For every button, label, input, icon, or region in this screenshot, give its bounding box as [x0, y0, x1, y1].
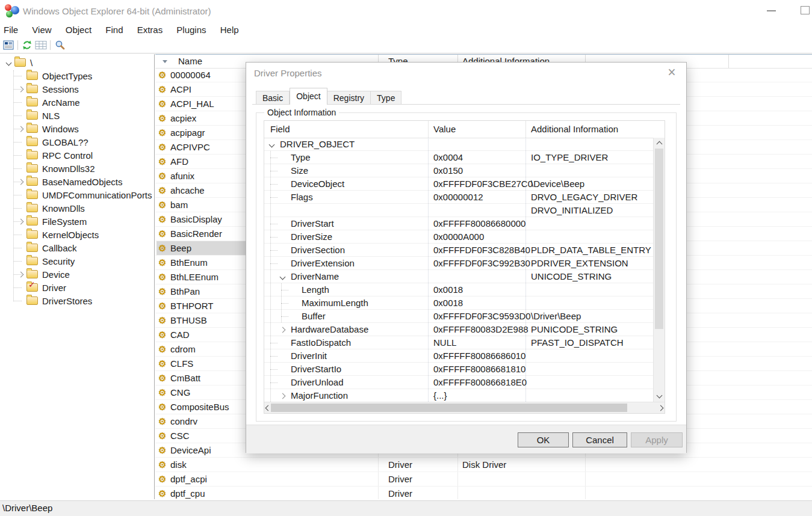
tree-item-basenamedobjects[interactable]: BaseNamedObjects — [0, 175, 154, 188]
vertical-scrollbar[interactable] — [653, 138, 665, 402]
tree-item-root[interactable]: \ — [0, 56, 154, 69]
table-row[interactable]: MaximumLength0x0018 — [264, 296, 653, 310]
grid-icon[interactable] — [35, 39, 47, 51]
table-row[interactable]: DriverInit0xFFFFF80086686010 — [264, 349, 653, 363]
column-divider[interactable] — [728, 55, 729, 68]
tree-item-device[interactable]: Device — [0, 268, 154, 281]
tree-item-driverstores[interactable]: DriverStores — [0, 294, 154, 307]
list-row[interactable]: ⚙dptf_cpuDriver — [155, 487, 812, 499]
chevron-right-icon[interactable] — [280, 327, 286, 333]
properties-icon[interactable] — [2, 39, 14, 51]
field-name: DriverStart — [291, 217, 334, 230]
tree-item-global[interactable]: GLOBAL?? — [0, 135, 154, 149]
table-row[interactable]: Buffer0xFFFFDF0F3C9593D0\Driver\Beep — [264, 310, 653, 323]
tree-item-kernelobjects[interactable]: KernelObjects — [0, 228, 154, 241]
scroll-right-icon[interactable] — [658, 405, 664, 411]
search-icon[interactable] — [54, 39, 66, 51]
table-row[interactable]: DRVO_INITIALIZED — [264, 204, 653, 217]
menu-object[interactable]: Object — [66, 22, 91, 37]
tree-item-sessions[interactable]: Sessions — [0, 82, 154, 96]
chevron-right-icon[interactable] — [280, 393, 286, 399]
menu-file[interactable]: File — [4, 22, 18, 37]
tree-item-rpc-control[interactable]: RPC Control — [0, 149, 154, 162]
ok-button[interactable]: OK — [518, 432, 569, 447]
field-name: Length — [302, 283, 329, 296]
tree-item-knowndlls[interactable]: KnownDlls — [0, 201, 154, 215]
tree-item-security[interactable]: Security — [0, 254, 154, 268]
tree-item-arcname[interactable]: ArcName — [0, 96, 154, 109]
menu-find[interactable]: Find — [105, 22, 123, 37]
table-row[interactable]: FastIoDispatchNULLPFAST_IO_DISPATCH — [264, 336, 653, 349]
table-row[interactable]: Type0x0004IO_TYPE_DRIVER — [264, 151, 653, 164]
tab-registry[interactable]: Registry — [327, 91, 371, 105]
tree-guide — [270, 310, 271, 322]
tab-basic[interactable]: Basic — [256, 91, 290, 105]
table-row[interactable]: Length0x0018 — [264, 283, 653, 296]
cancel-button[interactable]: Cancel — [572, 432, 627, 447]
tree-item-label: ArcName — [42, 97, 80, 108]
horizontal-scroll-thumb[interactable] — [271, 404, 627, 412]
tree-item-label: UMDFCommunicationPorts — [42, 190, 152, 200]
chevron-down-icon[interactable] — [269, 142, 275, 148]
column-divider[interactable] — [525, 121, 526, 138]
menu-extras[interactable]: Extras — [137, 22, 163, 37]
vertical-scroll-thumb[interactable] — [655, 149, 663, 329]
tree-item-nls[interactable]: NLS — [0, 109, 154, 122]
scroll-left-icon[interactable] — [265, 405, 271, 411]
tab-object[interactable]: Object — [290, 88, 327, 105]
table-row[interactable]: DRIVER_OBJECT — [264, 138, 653, 151]
menu-view[interactable]: View — [32, 22, 51, 37]
tree-item-knowndlls32[interactable]: KnownDlls32 — [0, 162, 154, 175]
table-row[interactable]: DeviceObject0xFFFFDF0F3CBE27C0\Device\Be… — [264, 177, 653, 191]
chevron-right-icon[interactable] — [17, 126, 23, 132]
column-header-field[interactable]: Field — [270, 121, 290, 137]
table-row[interactable]: DriverStartIo0xFFFFF80086681810 — [264, 363, 653, 376]
close-icon[interactable]: × — [663, 64, 680, 81]
horizontal-scrollbar[interactable] — [264, 402, 665, 413]
table-row[interactable]: Flags0x00000012DRVO_LEGACY_DRIVER — [264, 191, 653, 204]
chevron-right-icon[interactable] — [17, 271, 23, 277]
chevron-down-icon[interactable] — [5, 60, 11, 66]
column-divider[interactable] — [428, 121, 429, 138]
minimize-button[interactable] — [767, 10, 776, 11]
table-row[interactable]: MajorFunction{...} — [264, 389, 653, 402]
tree-guide — [270, 184, 277, 185]
field-name: HardwareDatabase — [291, 323, 368, 336]
tree-item-callback[interactable]: Callback — [0, 241, 154, 254]
column-header-additional-information[interactable]: Additional Information — [531, 121, 618, 137]
refresh-icon[interactable] — [21, 39, 33, 51]
tree-connector — [14, 248, 22, 248]
chevron-right-icon[interactable] — [17, 218, 23, 224]
tree-item-filesystem[interactable]: FileSystem — [0, 215, 154, 228]
column-header-name[interactable]: Name — [178, 55, 202, 67]
table-row[interactable]: Size0x0150 — [264, 164, 653, 177]
table-row[interactable]: DriverSize0x0000A000 — [264, 230, 653, 244]
scroll-up-icon[interactable] — [657, 141, 663, 147]
table-row[interactable]: DriverExtension0xFFFFDF0F3C992B30PDRIVER… — [264, 257, 653, 270]
tree-item-objecttypes[interactable]: ObjectTypes — [0, 69, 154, 82]
field-name: DriverSection — [291, 244, 345, 256]
chevron-down-icon[interactable] — [280, 274, 286, 280]
menu-help[interactable]: Help — [220, 22, 239, 37]
chevron-right-icon[interactable] — [17, 86, 23, 92]
driver-gear-icon: ⚙ — [158, 271, 166, 284]
table-row[interactable]: HardwareDatabase0xFFFFF80083D2E988PUNICO… — [264, 323, 653, 336]
table-row[interactable]: DriverUnload0xFFFFF800866818E0 — [264, 376, 653, 389]
scroll-down-icon[interactable] — [657, 393, 663, 399]
table-row[interactable]: DriverStart0xFFFFF80086680000 — [264, 217, 653, 230]
menu-plugins[interactable]: Plugins — [176, 22, 206, 37]
list-row[interactable]: ⚙dptf_acpiDriver — [155, 472, 812, 487]
tab-type[interactable]: Type — [371, 91, 401, 105]
tree-item-windows[interactable]: Windows — [0, 122, 154, 135]
table-row[interactable]: DriverSection0xFFFFDF0F3C828B40PLDR_DATA… — [264, 244, 653, 257]
tree-item-driver[interactable]: ✓Driver — [0, 281, 154, 294]
apply-button[interactable]: Apply — [631, 432, 683, 447]
column-header-value[interactable]: Value — [433, 121, 456, 137]
table-row[interactable]: DriverNameUNICODE_STRING — [264, 270, 653, 283]
tree-guide — [270, 224, 277, 224]
tree-connector — [14, 235, 22, 235]
chevron-right-icon[interactable] — [17, 179, 23, 185]
tree-item-umdfcommunicationports[interactable]: UMDFCommunicationPorts — [0, 188, 154, 201]
maximize-button[interactable] — [801, 6, 810, 14]
list-row[interactable]: ⚙diskDriverDisk Driver — [155, 458, 812, 472]
